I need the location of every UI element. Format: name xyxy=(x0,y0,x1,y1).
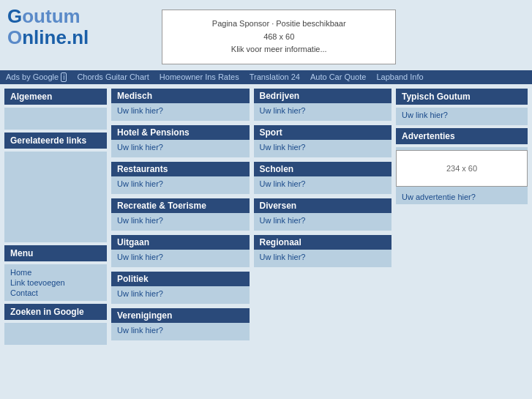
cat-recreatie-link[interactable]: Uw link hier? xyxy=(117,216,163,225)
cat-diversen-body: Uw link hier? xyxy=(254,213,392,231)
cat-uitgaan-body: Uw link hier? xyxy=(111,250,250,267)
cat-hotel-link[interactable]: Uw link hier? xyxy=(117,143,163,152)
sidebar-algemeen-body xyxy=(4,108,107,130)
cat-restaurants-link[interactable]: Uw link hier? xyxy=(117,179,163,188)
cat-regionaal-link[interactable]: Uw link hier? xyxy=(260,253,306,261)
sidebar-menu-title: Menu xyxy=(4,245,107,261)
cat-restaurants-body: Uw link hier? xyxy=(111,176,250,194)
cat-verenigingen-header: Verenigingen xyxy=(111,308,250,323)
cat-row-5: Uitgaan Uw link hier? Regionaal Uw link … xyxy=(111,235,391,272)
cat-regionaal-body: Uw link hier? xyxy=(254,250,392,267)
cat-medisch-header: Medisch xyxy=(111,89,250,103)
left-sidebar: Algemeen Gerelateerde links Menu Home Li… xyxy=(4,89,107,345)
cat-recreatie: Recreatie & Toerisme Uw link hier? xyxy=(111,198,250,231)
menu-add-link[interactable]: Link toevoegen xyxy=(10,277,101,288)
sidebar-gerelateerde-body xyxy=(4,152,107,242)
cat-sport-body: Uw link hier? xyxy=(254,140,392,157)
cat-restaurants-header: Restaurants xyxy=(111,162,250,176)
advertenties-title: Advertenties xyxy=(396,128,528,144)
sponsor-line3: Klik voor meer informatie... xyxy=(177,43,381,56)
logo-line1: Goutum xyxy=(7,6,89,27)
cat-bedrijven: Bedrijven Uw link hier? xyxy=(254,89,392,121)
adbar-link-5[interactable]: Lapband Info xyxy=(376,72,423,81)
cat-sport-link[interactable]: Uw link hier? xyxy=(260,143,306,152)
cat-row-1: Medisch Uw link hier? Bedrijven Uw link … xyxy=(111,89,391,125)
ad-size: 234 x 60 xyxy=(446,164,477,173)
cat-row-3: Restaurants Uw link hier? Scholen Uw lin… xyxy=(111,162,391,198)
menu-contact-link[interactable]: Contact xyxy=(10,288,101,298)
cat-politiek-header: Politiek xyxy=(111,272,250,286)
sponsor-box[interactable]: Pagina Sponsor · Positie beschikbaar 468… xyxy=(162,10,396,64)
advertentie-link[interactable]: Uw advertentie hier? xyxy=(402,193,476,201)
advertenties-body: 234 x 60 Uw advertentie hier? xyxy=(396,147,528,204)
cat-diversen: Diversen Uw link hier? xyxy=(254,198,392,231)
cat-hotel-body: Uw link hier? xyxy=(111,140,250,157)
cat-recreatie-body: Uw link hier? xyxy=(111,213,250,231)
adbar: Ads by Google i Chords Guitar Chart Home… xyxy=(0,70,532,84)
header: Goutum Online.nl Pagina Sponsor · Positi… xyxy=(0,0,532,70)
adbar-link-3[interactable]: Translation 24 xyxy=(250,72,300,81)
cat-row-4: Recreatie & Toerisme Uw link hier? Diver… xyxy=(111,198,391,235)
center-content: Medisch Uw link hier? Bedrijven Uw link … xyxy=(111,89,391,345)
cat-regionaal-header: Regionaal xyxy=(254,235,392,250)
adbar-link-4[interactable]: Auto Car Quote xyxy=(310,72,366,81)
cat-bedrijven-link[interactable]: Uw link hier? xyxy=(260,106,306,115)
cat-politiek-link[interactable]: Uw link hier? xyxy=(117,289,163,298)
cat-uitgaan-header: Uitgaan xyxy=(111,235,250,250)
cat-bedrijven-body: Uw link hier? xyxy=(254,103,392,121)
cat-regionaal: Regionaal Uw link hier? xyxy=(254,235,392,267)
cat-scholen: Scholen Uw link hier? xyxy=(254,162,392,194)
right-sidebar: Typisch Goutum Uw link hier? Advertentie… xyxy=(396,89,528,345)
cat-diversen-header: Diversen xyxy=(254,198,392,213)
cat-politiek: Politiek Uw link hier? xyxy=(111,272,250,304)
sidebar-menu-body: Home Link toevoegen Contact xyxy=(4,264,107,301)
typisch-goutum-title: Typisch Goutum xyxy=(396,89,528,105)
ad-placeholder: 234 x 60 xyxy=(396,150,528,187)
ads-label: Ads by Google xyxy=(6,72,59,81)
cat-verenigingen-body: Uw link hier? xyxy=(111,323,250,340)
cat-hotel: Hotel & Pensions Uw link hier? xyxy=(111,125,250,157)
cat-recreatie-header: Recreatie & Toerisme xyxy=(111,198,250,213)
cat-row-2: Hotel & Pensions Uw link hier? Sport Uw … xyxy=(111,125,391,162)
sponsor-line2: 468 x 60 xyxy=(177,31,381,44)
cat-uitgaan: Uitgaan Uw link hier? xyxy=(111,235,250,267)
main-layout: Algemeen Gerelateerde links Menu Home Li… xyxy=(0,84,532,349)
cat-scholen-header: Scholen xyxy=(254,162,392,176)
cat-bedrijven-header: Bedrijven xyxy=(254,89,392,103)
ads-by-google: Ads by Google i xyxy=(6,72,67,82)
adbar-link-1[interactable]: Chords Guitar Chart xyxy=(77,72,149,81)
logo: Goutum Online.nl xyxy=(7,6,89,48)
logo-line2: Online.nl xyxy=(7,27,89,48)
cat-verenigingen-link[interactable]: Uw link hier? xyxy=(117,326,163,335)
typisch-goutum-link[interactable]: Uw link hier? xyxy=(402,111,448,119)
sidebar-google-title: Zoeken in Google xyxy=(4,304,107,320)
sponsor-line1: Pagina Sponsor · Positie beschikbaar xyxy=(177,18,381,31)
cat-sport-header: Sport xyxy=(254,125,392,140)
typisch-goutum-body: Uw link hier? xyxy=(396,108,528,125)
ads-icon: i xyxy=(61,72,67,82)
adbar-link-2[interactable]: Homeowner Ins Rates xyxy=(160,72,239,81)
sidebar-gerelateerde-title: Gerelateerde links xyxy=(4,133,107,149)
cat-medisch-body: Uw link hier? xyxy=(111,103,250,121)
cat-diversen-link[interactable]: Uw link hier? xyxy=(260,216,306,225)
menu-home-link[interactable]: Home xyxy=(10,267,101,277)
cat-verenigingen: Verenigingen Uw link hier? xyxy=(111,308,250,340)
cat-medisch-link[interactable]: Uw link hier? xyxy=(117,106,163,115)
sidebar-google-body xyxy=(4,323,107,345)
cat-row-6: Politiek Uw link hier? xyxy=(111,272,391,308)
cat-medisch: Medisch Uw link hier? xyxy=(111,89,250,121)
cat-scholen-link[interactable]: Uw link hier? xyxy=(260,179,306,188)
cat-politiek-body: Uw link hier? xyxy=(111,286,250,304)
cat-scholen-body: Uw link hier? xyxy=(254,176,392,194)
cat-row-7: Verenigingen Uw link hier? xyxy=(111,308,391,345)
cat-uitgaan-link[interactable]: Uw link hier? xyxy=(117,253,163,261)
cat-hotel-header: Hotel & Pensions xyxy=(111,125,250,140)
cat-restaurants: Restaurants Uw link hier? xyxy=(111,162,250,194)
sidebar-algemeen-title: Algemeen xyxy=(4,89,107,105)
cat-sport: Sport Uw link hier? xyxy=(254,125,392,157)
